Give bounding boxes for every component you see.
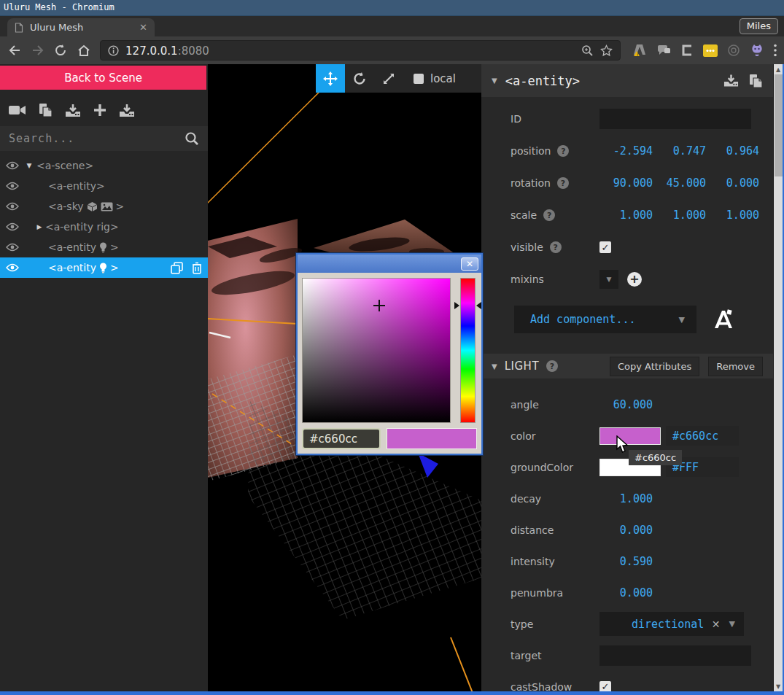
- chat-extension-icon[interactable]: [656, 44, 671, 57]
- color-crosshair[interactable]: [373, 300, 385, 311]
- caret-right-icon[interactable]: ▶: [35, 223, 44, 230]
- clear-icon[interactable]: ✕: [712, 618, 721, 630]
- search-input[interactable]: [9, 132, 185, 145]
- tab-title: Uluru Mesh: [30, 22, 133, 33]
- tree-item-a-entity-rig[interactable]: ▶ <a-entity rig>: [0, 217, 208, 237]
- id-input[interactable]: [599, 109, 751, 129]
- camera-icon[interactable]: [9, 104, 26, 116]
- browser-tab[interactable]: Uluru Mesh ✕: [7, 18, 155, 36]
- tree-item-a-entity[interactable]: <a-entity>: [0, 176, 208, 196]
- zoom-icon[interactable]: [581, 44, 594, 57]
- add-mixin-icon[interactable]: +: [627, 272, 642, 287]
- home-icon[interactable]: [77, 43, 91, 58]
- info-extension-icon[interactable]: [727, 44, 740, 57]
- copy-entity-icon[interactable]: [39, 103, 53, 117]
- position-values[interactable]: -2.5940.7470.964: [599, 144, 759, 158]
- remove-component-button[interactable]: Remove: [708, 357, 763, 376]
- caret-down-icon[interactable]: ▼: [492, 77, 497, 85]
- local-checkbox[interactable]: [414, 74, 424, 84]
- scale-values[interactable]: 1.0001.0001.000: [599, 209, 759, 222]
- copy-attributes-button[interactable]: Copy Attributes: [610, 357, 699, 376]
- visible-checkbox[interactable]: [599, 241, 611, 253]
- help-icon[interactable]: ?: [543, 209, 555, 221]
- caret-down-icon[interactable]: ▼: [23, 162, 35, 169]
- visibility-eye-icon[interactable]: [6, 263, 19, 272]
- tree-item-a-sky[interactable]: <a-sky >: [0, 196, 208, 217]
- export-entity-icon[interactable]: [723, 74, 739, 88]
- hue-slider[interactable]: [460, 278, 476, 423]
- octocat-extension-icon[interactable]: [750, 44, 764, 57]
- dots-extension-icon[interactable]: [703, 44, 718, 57]
- tree-item-label-suffix: >: [110, 262, 119, 273]
- mixins-dropdown[interactable]: ▼: [599, 270, 618, 289]
- back-to-scene-button[interactable]: Back to Scene: [0, 66, 206, 90]
- picked-color-swatch[interactable]: [387, 428, 477, 449]
- rotate-tool-button[interactable]: [345, 64, 374, 93]
- clone-entity-icon[interactable]: [171, 262, 183, 274]
- aframe-watcher-extension-icon[interactable]: !: [632, 43, 647, 58]
- color-picker-titlebar[interactable]: ✕: [298, 255, 481, 273]
- close-icon[interactable]: ✕: [461, 257, 478, 271]
- help-icon[interactable]: ?: [550, 241, 562, 253]
- tree-item-a-scene[interactable]: ▼ <a-scene>: [0, 155, 208, 176]
- visibility-eye-icon[interactable]: [6, 222, 19, 231]
- add-entity-icon[interactable]: [93, 104, 106, 117]
- copy-html-icon[interactable]: [749, 74, 763, 88]
- type-select[interactable]: directional ✕ ▼: [599, 612, 744, 636]
- visibility-eye-icon[interactable]: [6, 182, 19, 190]
- rotation-label: rotation: [511, 177, 551, 189]
- scroll-up-icon[interactable]: ▲: [774, 64, 783, 74]
- visibility-eye-icon[interactable]: [6, 161, 19, 170]
- c-extension-icon[interactable]: [680, 44, 694, 56]
- penumbra-value[interactable]: 0.000: [599, 586, 653, 599]
- visibility-eye-icon[interactable]: [6, 243, 19, 252]
- visibility-eye-icon[interactable]: [6, 202, 19, 211]
- help-icon[interactable]: ?: [557, 145, 569, 157]
- intensity-value[interactable]: 0.590: [599, 555, 653, 568]
- address-bar[interactable]: 127.0.0.1:8080: [100, 40, 621, 61]
- scrollbar-thumb[interactable]: [775, 74, 783, 176]
- rotation-values[interactable]: 90.00045.0000.000: [599, 176, 759, 190]
- caret-down-icon[interactable]: ▼: [492, 362, 497, 370]
- bookmark-star-icon[interactable]: [600, 44, 613, 57]
- tree-item-a-entity-light-2-selected[interactable]: <a-entity >: [0, 257, 208, 278]
- tree-item-a-entity-light-1[interactable]: <a-entity >: [0, 237, 208, 257]
- distance-value[interactable]: 0.000: [599, 524, 653, 537]
- cast-shadow-checkbox[interactable]: [599, 681, 611, 692]
- light-component-header[interactable]: ▼ LIGHT ? Copy Attributes Remove: [481, 354, 773, 378]
- translate-tool-button[interactable]: [316, 64, 345, 93]
- site-info-icon[interactable]: [108, 45, 119, 56]
- color-hex-value[interactable]: #c660cc: [666, 426, 739, 446]
- local-toggle[interactable]: local: [414, 72, 456, 85]
- back-icon[interactable]: [7, 43, 22, 58]
- hue-gradient-bar[interactable]: [460, 278, 476, 423]
- scale-tool-button[interactable]: [374, 64, 403, 93]
- color-picker-dialog[interactable]: ✕: [296, 253, 483, 455]
- saturation-value-field[interactable]: [302, 278, 451, 423]
- export-scene-icon[interactable]: [119, 104, 135, 117]
- entity-header[interactable]: ▼ <a-entity>: [481, 64, 773, 97]
- search-icon[interactable]: [185, 131, 199, 146]
- help-icon[interactable]: ?: [557, 177, 569, 189]
- hue-marker-right-icon[interactable]: [476, 302, 481, 309]
- scroll-down-icon[interactable]: ▼: [774, 681, 783, 691]
- aframe-logo-icon[interactable]: [713, 308, 734, 330]
- help-icon[interactable]: ?: [546, 360, 558, 372]
- tab-close-icon[interactable]: ✕: [139, 22, 147, 33]
- target-input[interactable]: [599, 645, 751, 666]
- angle-value[interactable]: 60.000: [599, 398, 653, 411]
- color-swatch[interactable]: [599, 427, 661, 445]
- export-gltf-icon[interactable]: [65, 104, 81, 117]
- panel-scrollbar[interactable]: ▲ ▼: [773, 64, 783, 691]
- reload-icon[interactable]: [54, 43, 69, 58]
- id-row: ID: [481, 103, 773, 135]
- delete-entity-icon[interactable]: [192, 262, 202, 274]
- hue-marker-left-icon[interactable]: [454, 302, 459, 309]
- browser-menu-icon[interactable]: [774, 44, 777, 57]
- window-titlebar: Uluru Mesh - Chromium: [0, 0, 784, 16]
- add-component-select[interactable]: Add component... ▼: [514, 306, 696, 333]
- hex-color-input[interactable]: [302, 428, 381, 449]
- profile-button[interactable]: Miles: [740, 18, 778, 34]
- decay-value[interactable]: 1.000: [599, 492, 653, 505]
- forward-icon[interactable]: [31, 43, 45, 58]
